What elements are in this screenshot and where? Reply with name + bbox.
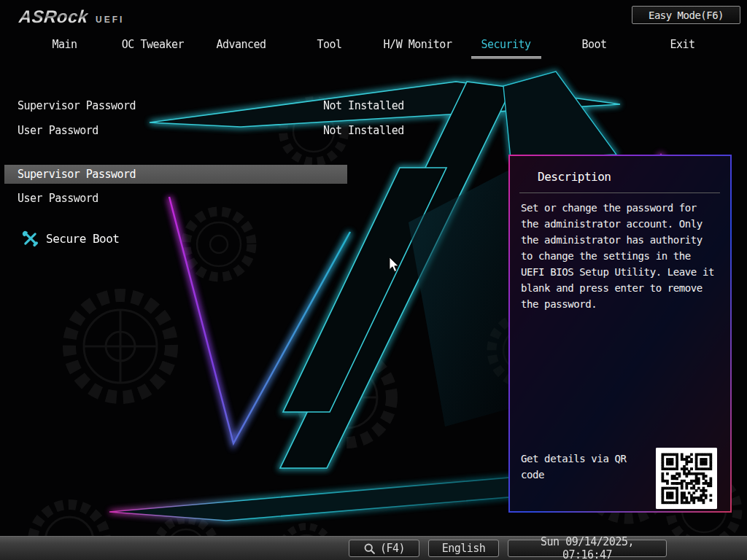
qr-code	[656, 448, 717, 509]
description-panel: Description Set or change the password f…	[508, 155, 732, 513]
menu-item-supervisor-password-label: Supervisor Password	[4, 168, 136, 181]
tab-exit[interactable]: Exit	[638, 38, 727, 59]
footer-bar: (F4) English Sun 09/14/2025, 07:16:47	[0, 536, 747, 560]
description-body: Set or change the password for the admin…	[521, 200, 724, 312]
search-hotkey-label: (F4)	[380, 542, 405, 555]
secure-boot-label: Secure Boot	[46, 232, 119, 246]
description-panel-inner: Description Set or change the password f…	[510, 156, 730, 511]
supervisor-password-status-label: Supervisor Password	[18, 99, 136, 112]
tab-advanced[interactable]: Advanced	[197, 38, 285, 59]
asrock-logo: ASRock UEFI	[19, 7, 124, 27]
uefi-label: UEFI	[96, 15, 124, 25]
tab-security[interactable]: Security	[462, 38, 550, 59]
user-password-status-label: User Password	[18, 124, 98, 137]
tab-exit-label: Exit	[670, 38, 694, 51]
easy-mode-button[interactable]: Easy Mode(F6)	[632, 6, 740, 24]
bios-screen: ASRock UEFI Easy Mode(F6) Main OC Tweake…	[0, 0, 747, 560]
tools-icon	[22, 230, 39, 247]
search-button[interactable]: (F4)	[349, 540, 419, 557]
menu-item-supervisor-password[interactable]: Supervisor Password	[4, 165, 347, 184]
tab-tool-label: Tool	[317, 38, 341, 51]
menu-item-user-password-label: User Password	[4, 192, 98, 205]
tab-oc-tweaker-label: OC Tweaker	[122, 38, 184, 51]
datetime-button[interactable]: Sun 09/14/2025, 07:16:47	[508, 540, 667, 557]
tab-oc-tweaker[interactable]: OC Tweaker	[109, 38, 197, 59]
asrock-logo-text: ASRock	[18, 7, 90, 27]
menu-item-user-password[interactable]: User Password	[4, 189, 347, 208]
supervisor-password-status-value: Not Installed	[323, 99, 404, 112]
top-nav: Main OC Tweaker Advanced Tool H/W Monito…	[20, 38, 727, 59]
language-button[interactable]: English	[428, 540, 499, 557]
tab-security-label: Security	[481, 38, 530, 51]
tab-advanced-label: Advanced	[216, 38, 266, 51]
tab-tool[interactable]: Tool	[285, 38, 374, 59]
tab-main-label: Main	[52, 38, 77, 51]
menu-item-secure-boot[interactable]: Secure Boot	[22, 230, 119, 247]
qr-caption: Get details via QR code	[521, 451, 627, 483]
tab-security-underline	[471, 56, 541, 59]
user-password-status-value: Not Installed	[323, 124, 404, 137]
tab-main[interactable]: Main	[20, 38, 109, 59]
tab-boot[interactable]: Boot	[550, 38, 638, 59]
tab-hw-monitor[interactable]: H/W Monitor	[374, 38, 462, 59]
search-icon	[363, 542, 376, 555]
description-title: Description	[538, 170, 611, 184]
tab-hw-monitor-label: H/W Monitor	[384, 38, 452, 51]
tab-boot-label: Boot	[581, 38, 606, 51]
description-separator	[519, 192, 720, 193]
